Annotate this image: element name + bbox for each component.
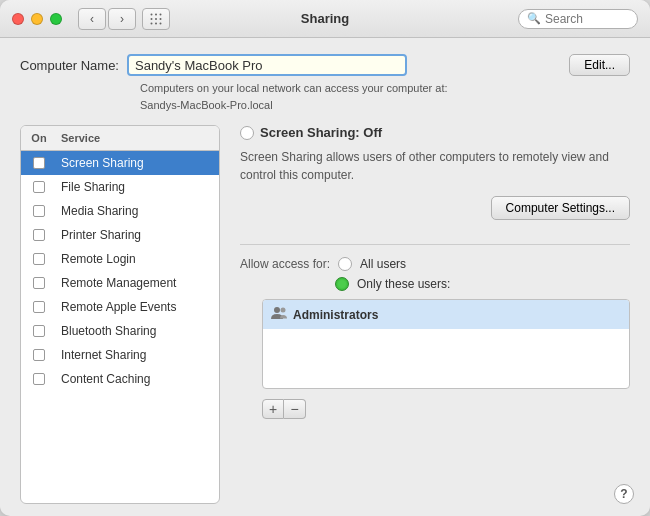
sharing-title-row: Screen Sharing: Off	[240, 125, 630, 140]
service-item-remote-login[interactable]: Remote Login	[21, 247, 219, 271]
checkbox-remote-login[interactable]	[33, 253, 45, 265]
add-user-button[interactable]: +	[262, 399, 284, 419]
service-item-internet-sharing[interactable]: Internet Sharing	[21, 343, 219, 367]
remove-user-button[interactable]: −	[284, 399, 306, 419]
service-label-media-sharing: Media Sharing	[57, 202, 219, 220]
edit-button[interactable]: Edit...	[569, 54, 630, 76]
svg-point-5	[160, 18, 162, 20]
service-item-content-caching[interactable]: Content Caching	[21, 367, 219, 391]
header-on: On	[21, 130, 57, 146]
computer-name-input[interactable]	[127, 54, 407, 76]
svg-point-6	[151, 22, 153, 24]
computer-name-label: Computer Name:	[20, 58, 119, 73]
all-users-radio[interactable]	[338, 257, 352, 271]
main-panel: On Service Screen Sharing File Sharing M…	[20, 125, 630, 504]
service-label-bluetooth-sharing: Bluetooth Sharing	[57, 322, 219, 340]
screen-sharing-radio[interactable]	[240, 126, 254, 140]
window-body: Computer Name: Edit... Computers on your…	[0, 38, 650, 516]
all-users-label: All users	[360, 257, 406, 271]
checkbox-printer-sharing[interactable]	[33, 229, 45, 241]
checkbox-internet-sharing[interactable]	[33, 349, 45, 361]
only-these-users-radio[interactable]	[335, 277, 349, 291]
user-item-administrators[interactable]: Administrators	[263, 300, 629, 329]
svg-point-3	[151, 18, 153, 20]
access-row-all-users: Allow access for: All users	[240, 257, 630, 271]
maximize-button[interactable]	[50, 13, 62, 25]
only-these-users-label: Only these users:	[357, 277, 450, 291]
window-title: Sharing	[301, 11, 349, 26]
service-item-remote-apple-events[interactable]: Remote Apple Events	[21, 295, 219, 319]
service-label-file-sharing: File Sharing	[57, 178, 219, 196]
service-label-remote-login: Remote Login	[57, 250, 219, 268]
close-button[interactable]	[12, 13, 24, 25]
svg-point-0	[151, 13, 153, 15]
search-box[interactable]: 🔍	[518, 9, 638, 29]
local-address: Computers on your local network can acce…	[140, 80, 630, 113]
svg-point-9	[274, 307, 280, 313]
checkbox-bluetooth-sharing[interactable]	[33, 325, 45, 337]
titlebar: ‹ › Sharing 🔍	[0, 0, 650, 38]
content: Computer Name: Edit... Computers on your…	[0, 38, 650, 516]
header-service: Service	[57, 130, 219, 146]
service-label-screen-sharing: Screen Sharing	[57, 154, 219, 172]
svg-point-2	[160, 13, 162, 15]
minimize-button[interactable]	[31, 13, 43, 25]
user-group-icon	[271, 305, 287, 324]
service-item-file-sharing[interactable]: File Sharing	[21, 175, 219, 199]
service-list-header: On Service	[21, 126, 219, 151]
service-list: On Service Screen Sharing File Sharing M…	[20, 125, 220, 504]
search-icon: 🔍	[527, 12, 541, 25]
users-list: Administrators	[262, 299, 630, 389]
svg-point-8	[160, 22, 162, 24]
allow-access-label: Allow access for:	[240, 257, 330, 271]
divider	[240, 244, 630, 245]
checkbox-content-caching[interactable]	[33, 373, 45, 385]
user-name-administrators: Administrators	[293, 308, 378, 322]
window: ‹ › Sharing 🔍 Compu	[0, 0, 650, 516]
svg-point-7	[155, 22, 157, 24]
screen-sharing-description: Screen Sharing allows users of other com…	[240, 148, 630, 184]
service-item-remote-management[interactable]: Remote Management	[21, 271, 219, 295]
service-label-remote-management: Remote Management	[57, 274, 219, 292]
checkbox-media-sharing[interactable]	[33, 205, 45, 217]
search-input[interactable]	[545, 12, 625, 26]
service-item-screen-sharing[interactable]: Screen Sharing	[21, 151, 219, 175]
checkbox-remote-management[interactable]	[33, 277, 45, 289]
service-item-printer-sharing[interactable]: Printer Sharing	[21, 223, 219, 247]
checkbox-screen-sharing[interactable]	[33, 157, 45, 169]
svg-point-1	[155, 13, 157, 15]
help-button[interactable]: ?	[614, 484, 634, 504]
computer-name-row: Computer Name: Edit...	[20, 54, 630, 76]
service-label-internet-sharing: Internet Sharing	[57, 346, 219, 364]
nav-buttons: ‹ ›	[78, 8, 136, 30]
checkbox-file-sharing[interactable]	[33, 181, 45, 193]
checkbox-remote-apple-events[interactable]	[33, 301, 45, 313]
forward-button[interactable]: ›	[108, 8, 136, 30]
users-buttons: + −	[262, 399, 630, 419]
right-panel: Screen Sharing: Off Screen Sharing allow…	[220, 125, 630, 504]
svg-point-10	[281, 308, 286, 313]
screen-sharing-title: Screen Sharing: Off	[260, 125, 382, 140]
service-label-printer-sharing: Printer Sharing	[57, 226, 219, 244]
traffic-lights	[12, 13, 62, 25]
svg-point-4	[155, 18, 157, 20]
service-item-bluetooth-sharing[interactable]: Bluetooth Sharing	[21, 319, 219, 343]
computer-settings-button[interactable]: Computer Settings...	[491, 196, 630, 220]
service-label-remote-apple-events: Remote Apple Events	[57, 298, 219, 316]
access-row-only-these-users: Only these users:	[335, 277, 630, 291]
access-section: Allow access for: All users Only these u…	[240, 257, 630, 419]
service-item-media-sharing[interactable]: Media Sharing	[21, 199, 219, 223]
service-label-content-caching: Content Caching	[57, 370, 219, 388]
back-button[interactable]: ‹	[78, 8, 106, 30]
grid-button[interactable]	[142, 8, 170, 30]
